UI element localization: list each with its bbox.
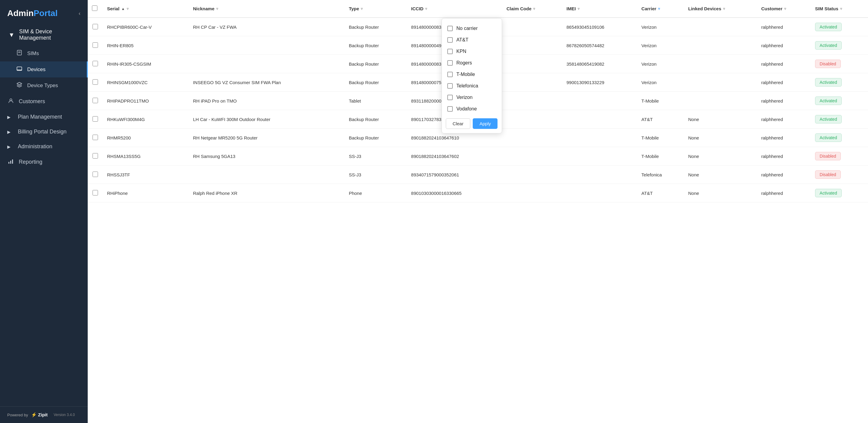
customer-cell: ralphhered xyxy=(757,147,811,165)
clear-button[interactable]: Clear xyxy=(446,118,471,129)
type-cell: Tablet xyxy=(344,92,407,110)
carrier-checkbox-tmobile[interactable] xyxy=(447,72,453,77)
row-checkbox[interactable] xyxy=(93,61,98,66)
type-filter-icon[interactable]: ▿ xyxy=(361,7,363,11)
imei-filter-icon[interactable]: ▿ xyxy=(578,7,580,11)
claim-code-cell xyxy=(502,73,562,92)
customer-col-label: Customer xyxy=(761,6,782,11)
logo-admin-text: Admin xyxy=(7,8,34,18)
type-cell: SS-J3 xyxy=(344,147,407,165)
serial-cell: RHKuWFI300M4G xyxy=(103,110,189,129)
carrier-option-telefonica[interactable]: Telefonica xyxy=(442,80,502,92)
serial-col-label: Serial xyxy=(107,6,120,11)
nickname-filter-icon[interactable]: ▿ xyxy=(216,7,218,11)
serial-sort-icon[interactable]: ▲ xyxy=(121,7,125,11)
status-badge: Activated xyxy=(815,115,842,123)
carrier-checkbox-telefonica[interactable] xyxy=(447,83,453,89)
sim-status-cell: Disabled xyxy=(811,147,868,165)
carrier-option-label: Rogers xyxy=(456,60,472,66)
apply-button[interactable]: Apply xyxy=(473,118,497,129)
sidebar-collapse-icon[interactable]: ‹ xyxy=(79,10,81,17)
customers-icon xyxy=(7,98,14,105)
carrier-option-vodafone[interactable]: Vodafone xyxy=(442,103,502,115)
carrier-option-tmobile[interactable]: T-Mobile xyxy=(442,69,502,80)
carrier-col-label: Carrier xyxy=(642,6,656,11)
sidebar-item-device-types[interactable]: Device Types xyxy=(0,78,88,93)
serial-cell: RHCPIBR600C-Car-V xyxy=(103,18,189,36)
claim-code-cell xyxy=(502,147,562,165)
table-row: RHSSJ3TF SS-J3 8934071579000352061 Telef… xyxy=(88,165,868,184)
status-badge: Activated xyxy=(815,133,842,142)
imei-col-header: IMEI ▿ xyxy=(562,0,637,18)
row-checkbox[interactable] xyxy=(93,116,98,122)
carrier-checkbox-no-carrier[interactable] xyxy=(447,26,453,31)
serial-filter-icon[interactable]: ▿ xyxy=(127,7,128,11)
row-checkbox[interactable] xyxy=(93,190,98,195)
status-badge: Activated xyxy=(815,189,842,197)
claim-code-cell xyxy=(502,129,562,147)
carrier-checkbox-vodafone[interactable] xyxy=(447,106,453,112)
sidebar-item-label: Devices xyxy=(27,66,45,72)
row-checkbox[interactable] xyxy=(93,153,98,158)
carrier-option-kpn[interactable]: KPN xyxy=(442,46,502,57)
sidebar-item-administration[interactable]: ▶ Administration xyxy=(0,139,88,154)
customer-cell: ralphhered xyxy=(757,129,811,147)
row-checkbox-cell xyxy=(88,73,103,92)
row-checkbox[interactable] xyxy=(93,79,98,85)
row-checkbox[interactable] xyxy=(93,98,98,103)
sidebar-item-reporting[interactable]: Reporting xyxy=(0,154,88,170)
claim-code-filter-icon[interactable]: ▿ xyxy=(533,7,535,11)
carrier-cell: Verizon xyxy=(637,73,684,92)
status-badge: Activated xyxy=(815,23,842,31)
row-checkbox-cell xyxy=(88,55,103,73)
serial-cell: RHIPADPRO11TMO xyxy=(103,92,189,110)
row-checkbox[interactable] xyxy=(93,134,98,140)
carrier-option-rogers[interactable]: Rogers xyxy=(442,57,502,69)
linked-devices-filter-icon[interactable]: ▿ xyxy=(723,7,725,11)
sim-status-cell: Activated xyxy=(811,92,868,110)
carrier-checkbox-kpn[interactable] xyxy=(447,49,453,54)
iccid-filter-icon[interactable]: ▿ xyxy=(425,7,427,11)
sidebar-item-devices[interactable]: Devices xyxy=(0,61,88,78)
linked-devices-cell: None xyxy=(684,110,757,129)
carrier-cell: Verizon xyxy=(637,36,684,55)
carrier-checkbox-verizon[interactable] xyxy=(447,95,453,100)
table-row: RHSMA13SS5G RH Samsung 5GA13 SS-J3 89018… xyxy=(88,147,868,165)
carrier-checkbox-att[interactable] xyxy=(447,37,453,43)
row-checkbox[interactable] xyxy=(93,24,98,29)
customer-cell: ralphhered xyxy=(757,18,811,36)
sidebar-item-label: Device Types xyxy=(27,83,58,89)
carrier-option-no-carrier[interactable]: No carrier xyxy=(442,23,502,34)
row-checkbox[interactable] xyxy=(93,172,98,177)
linked-devices-cell xyxy=(684,92,757,110)
carrier-cell: T-Mobile xyxy=(637,129,684,147)
customer-col-header: Customer ▿ xyxy=(757,0,811,18)
carrier-option-verizon[interactable]: Verizon xyxy=(442,92,502,103)
devices-icon xyxy=(16,66,23,73)
row-checkbox-cell xyxy=(88,129,103,147)
select-all-checkbox[interactable] xyxy=(92,5,97,11)
customer-filter-icon[interactable]: ▿ xyxy=(784,7,786,11)
carrier-checkbox-rogers[interactable] xyxy=(447,60,453,66)
carrier-col-header[interactable]: Carrier ▿ xyxy=(637,0,684,18)
sidebar-item-sims[interactable]: SIMs xyxy=(0,46,88,61)
sidebar-item-billing-portal[interactable]: ▶ Billing Portal Design xyxy=(0,124,88,139)
row-checkbox[interactable] xyxy=(93,42,98,48)
row-checkbox-cell xyxy=(88,184,103,203)
sidebar-item-sim-device[interactable]: ▼ SIM & Device Management xyxy=(0,24,88,46)
status-badge: Activated xyxy=(815,41,842,50)
sidebar-item-label: Billing Portal Design xyxy=(18,129,66,135)
reporting-icon xyxy=(7,158,14,166)
imei-cell: 990013090133229 xyxy=(562,73,637,92)
carrier-option-att[interactable]: AT&T xyxy=(442,34,502,46)
imei-cell xyxy=(562,129,637,147)
carrier-option-label: KPN xyxy=(456,49,466,54)
sidebar-item-plan-management[interactable]: ▶ Plan Management xyxy=(0,110,88,124)
linked-devices-col-header: Linked Devices ▿ xyxy=(684,0,757,18)
linked-devices-cell xyxy=(684,36,757,55)
sidebar-item-customers[interactable]: Customers xyxy=(0,93,88,110)
claim-code-cell xyxy=(502,55,562,73)
type-cell: Backup Router xyxy=(344,129,407,147)
carrier-filter-icon[interactable]: ▿ xyxy=(658,7,660,11)
sim-status-filter-icon[interactable]: ▿ xyxy=(840,7,842,11)
